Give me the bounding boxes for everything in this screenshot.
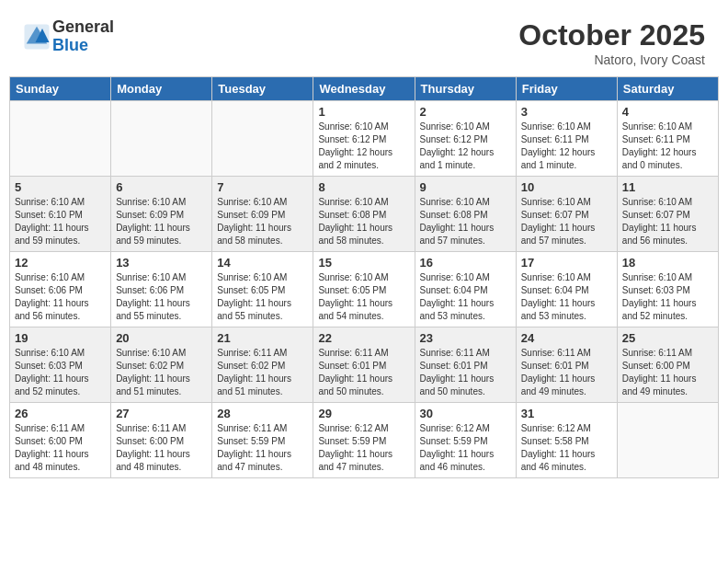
- day-info: Sunrise: 6:12 AMSunset: 5:58 PMDaylight:…: [521, 422, 612, 474]
- calendar-day-cell: 5Sunrise: 6:10 AMSunset: 6:10 PMDaylight…: [10, 177, 111, 252]
- day-number: 18: [622, 256, 713, 270]
- calendar-day-cell: 1Sunrise: 6:10 AMSunset: 6:12 PMDaylight…: [313, 101, 415, 177]
- logo-blue-text: Blue: [52, 37, 114, 55]
- calendar-day-cell: 19Sunrise: 6:10 AMSunset: 6:03 PMDayligh…: [10, 327, 111, 403]
- day-info: Sunrise: 6:10 AMSunset: 6:09 PMDaylight:…: [217, 196, 308, 247]
- calendar-day-cell: 8Sunrise: 6:10 AMSunset: 6:08 PMDaylight…: [313, 177, 415, 252]
- day-info: Sunrise: 6:11 AMSunset: 6:02 PMDaylight:…: [217, 347, 308, 398]
- calendar-day-cell: 4Sunrise: 6:10 AMSunset: 6:11 PMDaylight…: [617, 101, 718, 177]
- logo-icon: [23, 23, 51, 51]
- day-info: Sunrise: 6:12 AMSunset: 5:59 PMDaylight:…: [318, 422, 409, 474]
- day-info: Sunrise: 6:10 AMSunset: 6:08 PMDaylight:…: [420, 196, 511, 247]
- calendar-day-cell: 11Sunrise: 6:10 AMSunset: 6:07 PMDayligh…: [617, 177, 718, 252]
- calendar-day-cell: 21Sunrise: 6:11 AMSunset: 6:02 PMDayligh…: [212, 327, 313, 403]
- calendar-day-cell: 16Sunrise: 6:10 AMSunset: 6:04 PMDayligh…: [415, 252, 516, 327]
- day-info: Sunrise: 6:10 AMSunset: 6:06 PMDaylight:…: [116, 271, 207, 323]
- calendar-week-row: 12Sunrise: 6:10 AMSunset: 6:06 PMDayligh…: [10, 252, 719, 327]
- day-number: 6: [116, 180, 207, 194]
- calendar-day-cell: 13Sunrise: 6:10 AMSunset: 6:06 PMDayligh…: [111, 252, 212, 327]
- day-number: 22: [318, 331, 409, 345]
- calendar-day-cell: 15Sunrise: 6:10 AMSunset: 6:05 PMDayligh…: [313, 252, 415, 327]
- calendar-day-cell: 9Sunrise: 6:10 AMSunset: 6:08 PMDaylight…: [415, 177, 516, 252]
- calendar-day-cell: 14Sunrise: 6:10 AMSunset: 6:05 PMDayligh…: [212, 252, 313, 327]
- calendar-day-cell: 10Sunrise: 6:10 AMSunset: 6:07 PMDayligh…: [516, 177, 617, 252]
- day-number: 1: [318, 105, 409, 119]
- calendar-day-cell: 22Sunrise: 6:11 AMSunset: 6:01 PMDayligh…: [313, 327, 415, 403]
- calendar-week-row: 19Sunrise: 6:10 AMSunset: 6:03 PMDayligh…: [10, 327, 719, 403]
- day-number: 14: [217, 256, 308, 270]
- month-title: October 2025: [518, 18, 705, 52]
- calendar-week-row: 5Sunrise: 6:10 AMSunset: 6:10 PMDaylight…: [10, 177, 719, 252]
- logo: General Blue: [23, 18, 114, 55]
- day-info: Sunrise: 6:10 AMSunset: 6:07 PMDaylight:…: [622, 196, 713, 247]
- day-number: 2: [420, 105, 511, 119]
- day-number: 10: [521, 180, 612, 194]
- day-number: 27: [116, 407, 207, 420]
- day-number: 21: [217, 331, 308, 345]
- day-info: Sunrise: 6:10 AMSunset: 6:12 PMDaylight:…: [420, 121, 511, 172]
- weekday-header: Thursday: [415, 77, 516, 101]
- day-info: Sunrise: 6:10 AMSunset: 6:11 PMDaylight:…: [622, 121, 713, 172]
- page-header: General Blue October 2025 Natoro, Ivory …: [9, 9, 719, 72]
- day-number: 30: [420, 407, 511, 420]
- day-info: Sunrise: 6:11 AMSunset: 5:59 PMDaylight:…: [217, 422, 308, 474]
- day-info: Sunrise: 6:10 AMSunset: 6:03 PMDaylight:…: [15, 347, 106, 398]
- day-info: Sunrise: 6:10 AMSunset: 6:05 PMDaylight:…: [217, 271, 308, 323]
- day-number: 7: [217, 180, 308, 194]
- calendar-day-cell: 17Sunrise: 6:10 AMSunset: 6:04 PMDayligh…: [516, 252, 617, 327]
- calendar-day-cell: 30Sunrise: 6:12 AMSunset: 5:59 PMDayligh…: [415, 403, 516, 478]
- weekday-header: Friday: [516, 77, 617, 101]
- day-info: Sunrise: 6:10 AMSunset: 6:12 PMDaylight:…: [318, 121, 409, 172]
- weekday-header: Tuesday: [212, 77, 313, 101]
- calendar-day-cell: 28Sunrise: 6:11 AMSunset: 5:59 PMDayligh…: [212, 403, 313, 478]
- day-number: 29: [318, 407, 409, 420]
- calendar-day-cell: [10, 101, 111, 177]
- day-info: Sunrise: 6:10 AMSunset: 6:05 PMDaylight:…: [318, 271, 409, 323]
- day-number: 26: [15, 407, 106, 420]
- day-number: 11: [622, 180, 713, 194]
- day-info: Sunrise: 6:12 AMSunset: 5:59 PMDaylight:…: [420, 422, 511, 474]
- day-number: 8: [318, 180, 409, 194]
- day-info: Sunrise: 6:11 AMSunset: 6:00 PMDaylight:…: [116, 422, 207, 474]
- weekday-header: Saturday: [617, 77, 718, 101]
- location-subtitle: Natoro, Ivory Coast: [518, 52, 705, 67]
- day-number: 17: [521, 256, 612, 270]
- calendar-day-cell: 29Sunrise: 6:12 AMSunset: 5:59 PMDayligh…: [313, 403, 415, 478]
- day-number: 28: [217, 407, 308, 420]
- weekday-header: Wednesday: [313, 77, 415, 101]
- day-number: 25: [622, 331, 713, 345]
- weekday-header: Monday: [111, 77, 212, 101]
- calendar-week-row: 26Sunrise: 6:11 AMSunset: 6:00 PMDayligh…: [10, 403, 719, 478]
- day-info: Sunrise: 6:10 AMSunset: 6:07 PMDaylight:…: [521, 196, 612, 247]
- day-info: Sunrise: 6:10 AMSunset: 6:02 PMDaylight:…: [116, 347, 207, 398]
- calendar-day-cell: 26Sunrise: 6:11 AMSunset: 6:00 PMDayligh…: [10, 403, 111, 478]
- calendar-day-cell: 3Sunrise: 6:10 AMSunset: 6:11 PMDaylight…: [516, 101, 617, 177]
- day-info: Sunrise: 6:10 AMSunset: 6:04 PMDaylight:…: [420, 271, 511, 323]
- calendar-day-cell: [111, 101, 212, 177]
- day-number: 19: [15, 331, 106, 345]
- calendar-day-cell: [617, 403, 718, 478]
- day-info: Sunrise: 6:10 AMSunset: 6:08 PMDaylight:…: [318, 196, 409, 247]
- day-info: Sunrise: 6:10 AMSunset: 6:11 PMDaylight:…: [521, 121, 612, 172]
- day-info: Sunrise: 6:11 AMSunset: 6:01 PMDaylight:…: [521, 347, 612, 398]
- day-info: Sunrise: 6:10 AMSunset: 6:10 PMDaylight:…: [15, 196, 106, 247]
- day-info: Sunrise: 6:10 AMSunset: 6:06 PMDaylight:…: [15, 271, 106, 323]
- day-info: Sunrise: 6:10 AMSunset: 6:03 PMDaylight:…: [622, 271, 713, 323]
- calendar-day-cell: 25Sunrise: 6:11 AMSunset: 6:00 PMDayligh…: [617, 327, 718, 403]
- calendar-week-row: 1Sunrise: 6:10 AMSunset: 6:12 PMDaylight…: [10, 101, 719, 177]
- calendar-day-cell: 24Sunrise: 6:11 AMSunset: 6:01 PMDayligh…: [516, 327, 617, 403]
- day-info: Sunrise: 6:11 AMSunset: 6:00 PMDaylight:…: [622, 347, 713, 398]
- day-number: 4: [622, 105, 713, 119]
- day-number: 9: [420, 180, 511, 194]
- calendar-day-cell: 7Sunrise: 6:10 AMSunset: 6:09 PMDaylight…: [212, 177, 313, 252]
- day-number: 23: [420, 331, 511, 345]
- day-info: Sunrise: 6:10 AMSunset: 6:09 PMDaylight:…: [116, 196, 207, 247]
- weekday-header-row: SundayMondayTuesdayWednesdayThursdayFrid…: [10, 77, 719, 101]
- logo-general-text: General: [52, 18, 114, 37]
- day-info: Sunrise: 6:11 AMSunset: 6:01 PMDaylight:…: [420, 347, 511, 398]
- day-number: 31: [521, 407, 612, 420]
- calendar-day-cell: 18Sunrise: 6:10 AMSunset: 6:03 PMDayligh…: [617, 252, 718, 327]
- calendar-day-cell: 6Sunrise: 6:10 AMSunset: 6:09 PMDaylight…: [111, 177, 212, 252]
- calendar-day-cell: [212, 101, 313, 177]
- day-number: 24: [521, 331, 612, 345]
